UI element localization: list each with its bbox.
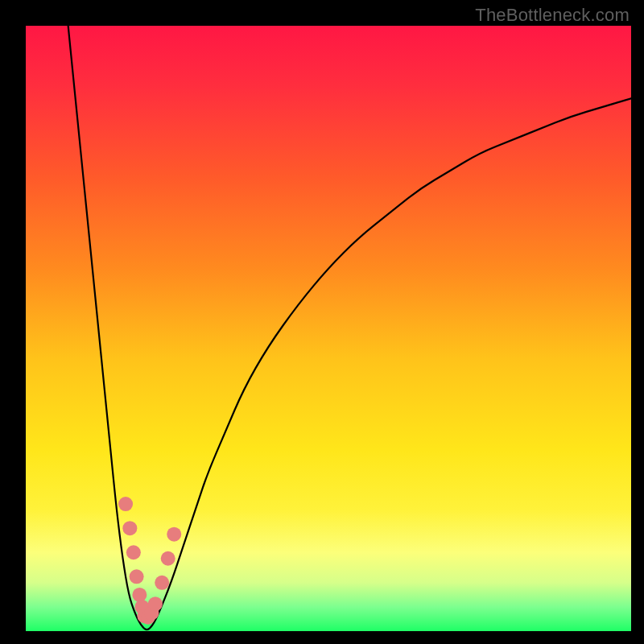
watermark-text: TheBottleneck.com (475, 5, 630, 26)
bottleneck-markers (26, 26, 631, 631)
marker-dot (122, 521, 137, 535)
marker-dot (155, 576, 169, 590)
plot-area (26, 26, 631, 631)
marker-dot (132, 588, 147, 602)
chart-frame: TheBottleneck.com (0, 0, 644, 644)
marker-dot (167, 527, 181, 542)
marker-dot (126, 545, 141, 559)
marker-dot (118, 497, 133, 511)
marker-dot (130, 569, 144, 584)
marker-dot (161, 551, 175, 566)
marker-dot (148, 597, 163, 611)
